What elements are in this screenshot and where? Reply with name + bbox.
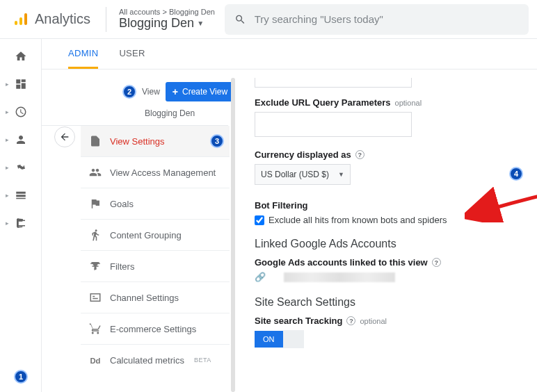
- person-walk-icon: [89, 229, 102, 241]
- menu-label: View Settings: [110, 136, 165, 147]
- annotation-2: 2: [122, 85, 136, 99]
- chevron-down-icon: ▼: [197, 19, 204, 27]
- currency-label: Currency displayed as ?: [255, 149, 524, 160]
- annotation-3: 3: [210, 134, 224, 148]
- help-icon[interactable]: ?: [355, 150, 364, 159]
- channel-icon: [89, 291, 102, 304]
- toggle-off-side: [283, 330, 304, 348]
- currency-value: US Dollar (USD $): [261, 170, 329, 179]
- people-icon: [89, 166, 102, 179]
- annotation-arrow: [465, 160, 537, 222]
- breadcrumb: All accounts > Blogging Den: [119, 8, 215, 16]
- nav-customization[interactable]: ▸: [8, 76, 33, 92]
- dd-icon: Dd: [89, 354, 102, 366]
- view-column: 2 View + Create View Blogging Den View S…: [42, 70, 235, 392]
- logo-area: Analytics: [0, 11, 99, 28]
- plus-icon: +: [173, 86, 178, 97]
- view-menu: View Settings 3 View Access Management G…: [81, 126, 230, 375]
- menu-ecommerce[interactable]: E-commerce Settings: [81, 313, 230, 345]
- product-name: Analytics: [35, 11, 90, 27]
- analytics-logo-icon: [13, 11, 29, 28]
- chevron-down-icon: ▼: [338, 171, 344, 178]
- linked-account-redacted: [284, 272, 395, 282]
- linked-ads-sub: Google Ads accounts linked to this view …: [255, 257, 524, 268]
- help-icon[interactable]: ?: [432, 258, 441, 267]
- linked-ads-heading: Linked Google Ads Accounts: [255, 238, 524, 250]
- menu-content-grouping[interactable]: Content Grouping: [81, 220, 230, 251]
- svg-rect-1: [19, 17, 22, 25]
- menu-label: Channel Settings: [110, 293, 179, 303]
- bot-filtering-heading: Bot Filtering: [255, 200, 524, 211]
- menu-label: View Access Management: [110, 168, 216, 178]
- left-nav: ▸ ▸ ▸ ▸ ▸ ▸ 1: [0, 39, 42, 392]
- tab-user[interactable]: USER: [119, 39, 145, 69]
- menu-label: Calculated metrics: [110, 355, 184, 366]
- bot-filtering-checkbox[interactable]: [255, 215, 264, 225]
- site-search-heading: Site Search Settings: [255, 296, 524, 309]
- menu-goals[interactable]: Goals: [81, 188, 230, 220]
- menu-label: Content Grouping: [110, 230, 182, 240]
- menu-label: Filters: [110, 261, 134, 272]
- back-button[interactable]: [54, 126, 75, 147]
- search-input[interactable]: [255, 13, 519, 25]
- toggle-on-label: ON: [255, 331, 283, 348]
- search-bar[interactable]: [225, 4, 529, 35]
- settings-panel: Exclude URL Query Parameters optional Cu…: [235, 70, 537, 392]
- link-icon: 🔗: [255, 272, 266, 282]
- menu-channel[interactable]: Channel Settings: [81, 282, 230, 313]
- bot-filtering-label: Exclude all hits from known bots and spi…: [268, 215, 447, 225]
- nav-home[interactable]: [8, 49, 33, 64]
- create-view-label: Create View: [182, 87, 227, 97]
- menu-label: E-commerce Settings: [110, 324, 196, 334]
- tab-admin[interactable]: ADMIN: [68, 39, 98, 69]
- top-bar: Analytics All accounts > Blogging Den Bl…: [0, 0, 537, 39]
- flag-icon: [89, 197, 102, 210]
- menu-access[interactable]: View Access Management: [81, 157, 230, 188]
- nav-audience[interactable]: ▸: [8, 132, 33, 147]
- annotation-1: 1: [14, 370, 28, 384]
- menu-filters[interactable]: Filters: [81, 251, 230, 282]
- document-icon: [89, 135, 102, 147]
- input-partial[interactable]: [255, 78, 412, 88]
- filter-icon: [89, 260, 102, 272]
- currency-select[interactable]: US Dollar (USD $) ▼: [255, 164, 351, 185]
- menu-view-settings[interactable]: View Settings 3: [81, 126, 230, 157]
- site-search-toggle[interactable]: ON: [255, 330, 524, 348]
- create-view-button[interactable]: + Create View: [166, 82, 234, 101]
- bot-filtering-checkbox-row[interactable]: Exclude all hits from known bots and spi…: [255, 215, 524, 225]
- nav-acquisition[interactable]: ▸: [8, 160, 33, 175]
- nav-realtime[interactable]: ▸: [8, 104, 33, 120]
- divider: [106, 7, 106, 32]
- exclude-params-input[interactable]: [255, 112, 412, 137]
- nav-behavior[interactable]: ▸: [8, 188, 33, 203]
- svg-rect-0: [15, 21, 17, 25]
- annotation-4: 4: [509, 167, 523, 181]
- admin-tabs: ADMIN USER: [42, 39, 537, 70]
- search-icon: [234, 13, 246, 26]
- site-search-sub: Site search Tracking ? optional: [255, 316, 524, 326]
- menu-calculated-metrics[interactable]: Dd Calculated metrics BETA: [81, 345, 230, 375]
- view-label: View: [142, 87, 160, 97]
- svg-rect-2: [24, 13, 27, 25]
- help-icon[interactable]: ?: [346, 316, 355, 325]
- account-selector[interactable]: All accounts > Blogging Den Blogging Den…: [113, 8, 221, 31]
- nav-conversions[interactable]: ▸: [8, 215, 33, 231]
- current-view-name[interactable]: Blogging Den: [42, 101, 228, 126]
- svg-text:Dd: Dd: [90, 357, 101, 365]
- beta-badge: BETA: [194, 357, 211, 364]
- account-name: Blogging Den: [119, 16, 194, 31]
- menu-label: Goals: [110, 199, 134, 209]
- cart-icon: [89, 322, 102, 335]
- exclude-params-label: Exclude URL Query Parameters optional: [255, 97, 524, 108]
